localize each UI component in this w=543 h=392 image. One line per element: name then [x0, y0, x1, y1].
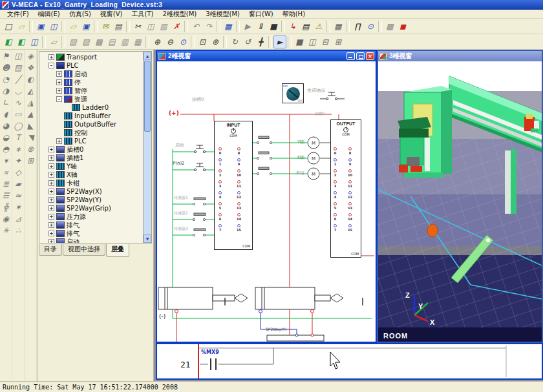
bridge-view-icon[interactable]: ∏: [351, 20, 364, 33]
device-tool-3-icon[interactable]: ◐: [25, 74, 36, 85]
layout-3d-icon[interactable]: ◫: [28, 36, 41, 48]
print-icon[interactable]: ▤: [112, 20, 125, 33]
tree-item[interactable]: 压力源: [39, 212, 143, 221]
tree-expander[interactable]: [48, 163, 54, 169]
device-tool-5-icon[interactable]: ◮: [25, 98, 36, 108]
copy-icon[interactable]: ◫: [144, 20, 157, 33]
palette-star-icon[interactable]: ✳: [1, 225, 12, 236]
tile-three-icon[interactable]: ⊟: [319, 36, 332, 48]
ladder-editor-strip[interactable]: 21 %MX9: [156, 343, 543, 380]
title-bar[interactable]: V-MECA - Ex10_Gantry_Loading_Device.vst:…: [0, 0, 543, 10]
palette-clock-icon[interactable]: ◔: [1, 74, 12, 85]
spark-tool-icon[interactable]: ✶: [13, 202, 24, 212]
tree-item[interactable]: Y轴: [39, 162, 143, 170]
tree-expander[interactable]: [48, 63, 54, 68]
scroll-up-icon[interactable]: ▲: [144, 52, 151, 60]
menu-item[interactable]: 文件(F): [3, 10, 34, 19]
palette-rows-icon[interactable]: ☰: [1, 191, 12, 201]
tree-expander[interactable]: [48, 222, 54, 228]
view-right-icon[interactable]: ▤: [105, 36, 118, 48]
stop-icon[interactable]: ■: [267, 20, 280, 33]
tree-expander[interactable]: [48, 155, 54, 161]
palette-lower-icon[interactable]: ◒: [1, 132, 12, 143]
zoom-in-icon[interactable]: ⊕: [151, 36, 164, 48]
zoom-selected-icon[interactable]: ⊙: [176, 36, 189, 48]
zoom-window-icon[interactable]: ⊡: [196, 36, 209, 48]
delete-icon[interactable]: ✗: [170, 20, 183, 33]
knob-dial[interactable]: [286, 87, 300, 101]
menu-item[interactable]: 工具(T): [127, 10, 158, 19]
tri-tool-icon[interactable]: ⊿: [13, 214, 24, 224]
palette-cards-icon[interactable]: ◫: [13, 51, 24, 61]
table-icon[interactable]: ▦: [332, 20, 345, 33]
device-tool-2-icon[interactable]: ❖: [25, 63, 36, 73]
device-tool-10-icon[interactable]: ⊞: [25, 156, 36, 166]
tree-item[interactable]: 5P2Way(Y): [39, 196, 143, 204]
tile-four-icon[interactable]: ⊞: [332, 36, 345, 48]
palette-cam-icon[interactable]: ◖: [1, 109, 12, 119]
pan-icon[interactable]: ╋: [254, 36, 267, 48]
tree-expander[interactable]: [48, 54, 54, 60]
scene-viewport[interactable]: Z Y X ROOM: [378, 61, 542, 342]
handle-tool-icon[interactable]: ✦: [13, 156, 24, 166]
tree-item[interactable]: PLC: [39, 61, 143, 70]
palette-list-icon[interactable]: ≣: [1, 179, 12, 189]
cut-icon[interactable]: ✂: [131, 20, 144, 33]
tree-item[interactable]: OutputBuffer: [39, 120, 143, 129]
tree-expander[interactable]: [48, 214, 54, 220]
palette-link-icon[interactable]: ∝: [1, 167, 12, 178]
tree-expander[interactable]: [56, 96, 62, 102]
zoom-out-icon[interactable]: ⊖: [164, 36, 176, 48]
view-bottom-icon[interactable]: ▦: [131, 36, 144, 48]
tree-item[interactable]: Transport: [39, 53, 143, 61]
tree-item[interactable]: 启动: [39, 70, 143, 78]
tree-expander[interactable]: [48, 172, 54, 178]
draw-curve-icon[interactable]: ∿: [13, 98, 24, 108]
menu-item[interactable]: 视窗(V): [96, 10, 127, 19]
draw-line-icon[interactable]: ╱: [13, 74, 24, 85]
palette-cross-icon[interactable]: ╬: [1, 202, 12, 212]
new-file-icon[interactable]: □: [2, 20, 15, 33]
tree-item[interactable]: 资源: [39, 95, 143, 103]
tab-cascade[interactable]: 层叠: [106, 244, 129, 257]
palette-person-icon[interactable]: ☻: [1, 63, 12, 73]
tree-item[interactable]: PLC: [39, 137, 143, 145]
tree-item[interactable]: 停: [39, 78, 143, 87]
view-left-icon[interactable]: ▩: [92, 36, 105, 48]
scroll-down-icon[interactable]: ▼: [144, 234, 151, 243]
open-project-icon[interactable]: ▱: [67, 20, 80, 33]
report-icon[interactable]: ▤: [299, 20, 312, 33]
restore-button[interactable]: [356, 52, 365, 60]
select-cursor-icon[interactable]: ►: [273, 36, 286, 48]
device-tool-8-icon[interactable]: ◥: [25, 132, 36, 143]
palette-target-icon[interactable]: ◉: [1, 214, 12, 224]
palette-shade-icon[interactable]: ◕: [1, 121, 12, 131]
tree-item[interactable]: 排气: [39, 221, 143, 229]
tree-item[interactable]: 排气: [39, 229, 143, 238]
palette-angle-icon[interactable]: ∟: [1, 98, 12, 108]
open-file-icon[interactable]: ▱: [15, 20, 28, 33]
tree-expander[interactable]: [48, 205, 54, 211]
text-tool-icon[interactable]: T: [13, 132, 24, 143]
circuit-canvas[interactable]: M M M: [157, 61, 376, 342]
view3d-titlebar[interactable]: 3维视窗: [378, 51, 542, 61]
save-all-icon[interactable]: ◫: [47, 20, 60, 33]
export-icon[interactable]: ✉: [99, 20, 112, 33]
palette-flag-icon[interactable]: ⚑: [1, 51, 12, 61]
save-project-icon[interactable]: ▣: [80, 20, 92, 33]
tree-expander[interactable]: [56, 138, 62, 144]
play-icon[interactable]: ▶: [241, 20, 254, 33]
tree-expander[interactable]: [48, 147, 54, 152]
redo-icon[interactable]: ↷: [202, 20, 215, 33]
undo-icon[interactable]: ↶: [189, 20, 202, 33]
menu-item[interactable]: 帮助(H): [278, 10, 310, 19]
surface-icon[interactable]: ▱: [47, 36, 60, 48]
error-list-icon[interactable]: ⚠: [312, 20, 325, 33]
diamond-tool-icon[interactable]: ◇: [13, 167, 24, 178]
menu-item[interactable]: 窗口(W): [244, 10, 278, 19]
tree-expander[interactable]: [48, 231, 54, 236]
tree-expander[interactable]: [48, 239, 54, 243]
connect-tool-icon[interactable]: ↳: [286, 20, 299, 33]
tab-catalog[interactable]: 目录: [39, 244, 62, 256]
paste-icon[interactable]: ▥: [157, 20, 170, 33]
